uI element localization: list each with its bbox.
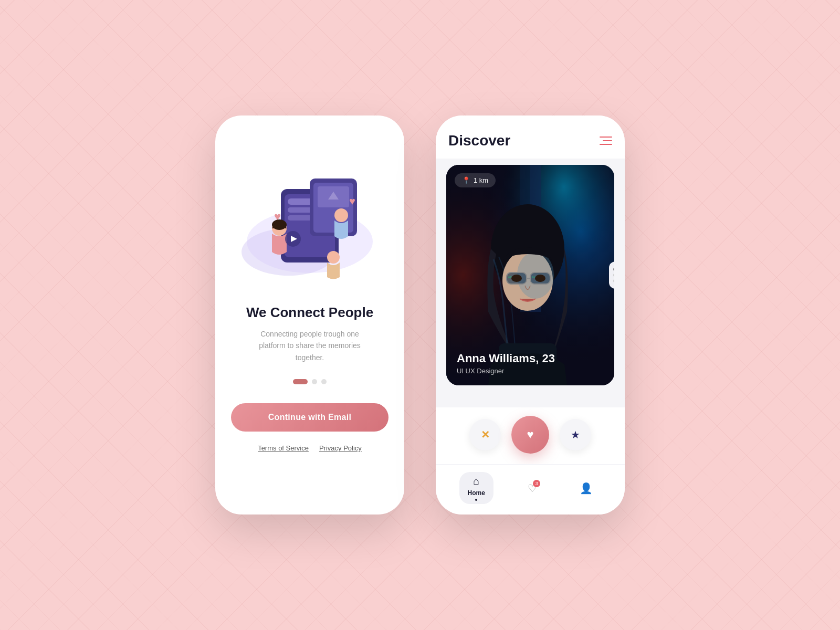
svg-point-16	[334, 208, 348, 222]
nav-active-dot	[475, 499, 477, 501]
superlike-button[interactable]: ★	[560, 419, 591, 450]
dislike-button[interactable]: ✕	[469, 419, 501, 450]
heart-icon: ♥	[527, 428, 533, 442]
card-area: 01011 10101 📍 1 km	[436, 159, 625, 407]
continue-email-button[interactable]: Continue with Email	[231, 403, 388, 432]
profile-icon: 👤	[580, 482, 593, 495]
nav-home-label: Home	[468, 489, 485, 497]
x-icon: ✕	[481, 428, 490, 441]
action-buttons: ✕ ♥ ★	[436, 407, 625, 464]
privacy-link[interactable]: Privacy Policy	[319, 444, 362, 452]
heart-badge: ♡ 3	[528, 482, 537, 495]
dot-2	[312, 379, 317, 384]
profile-name: Anna Williams, 23	[457, 352, 555, 365]
discover-phone: Discover	[436, 116, 625, 514]
star-icon: ★	[571, 428, 580, 441]
home-icon: ⌂	[473, 475, 479, 487]
filter-button[interactable]	[593, 131, 612, 150]
filter-line-1	[600, 136, 612, 138]
profile-job: UI UX Designer	[457, 367, 555, 375]
svg-point-39	[535, 275, 545, 282]
footer-links: Terms of Service Privacy Policy	[258, 444, 362, 452]
side-dot-2	[613, 274, 614, 277]
dot-3	[321, 379, 327, 384]
dots-indicator	[293, 379, 327, 384]
nav-profile[interactable]: 👤	[571, 479, 601, 498]
card-pagination	[609, 261, 614, 289]
illustration-area: ♥ ♥ ♥	[231, 136, 388, 294]
svg-text:♥: ♥	[349, 195, 355, 207]
nav-likes[interactable]: ♡ 3	[519, 479, 545, 498]
onboard-subtitle: Connecting people trough one platform to…	[247, 328, 373, 363]
onboard-title: We Connect People	[246, 304, 373, 321]
onboarding-phone: ♥ ♥ ♥ We Connect People Connecting peopl…	[215, 116, 404, 514]
side-dot-1	[613, 268, 614, 271]
distance-badge: 📍 1 km	[455, 173, 496, 187]
svg-point-38	[511, 275, 522, 282]
distance-text: 1 km	[474, 176, 488, 184]
dot-1	[293, 379, 308, 384]
filter-line-2	[603, 140, 612, 141]
location-icon: 📍	[462, 176, 470, 184]
likes-count: 3	[533, 480, 540, 487]
discover-title: Discover	[448, 132, 510, 149]
bottom-navigation: ⌂ Home ♡ 3 👤	[436, 464, 625, 514]
filter-line-3	[600, 144, 612, 145]
svg-point-17	[327, 251, 340, 264]
discover-header: Discover	[436, 116, 625, 159]
profile-info: Anna Williams, 23 UI UX Designer	[457, 352, 555, 375]
nav-home[interactable]: ⌂ Home	[459, 472, 494, 504]
terms-link[interactable]: Terms of Service	[258, 444, 309, 452]
profile-card[interactable]: 01011 10101 📍 1 km	[446, 165, 614, 385]
like-button[interactable]: ♥	[511, 416, 549, 454]
side-dot-3	[613, 279, 614, 282]
